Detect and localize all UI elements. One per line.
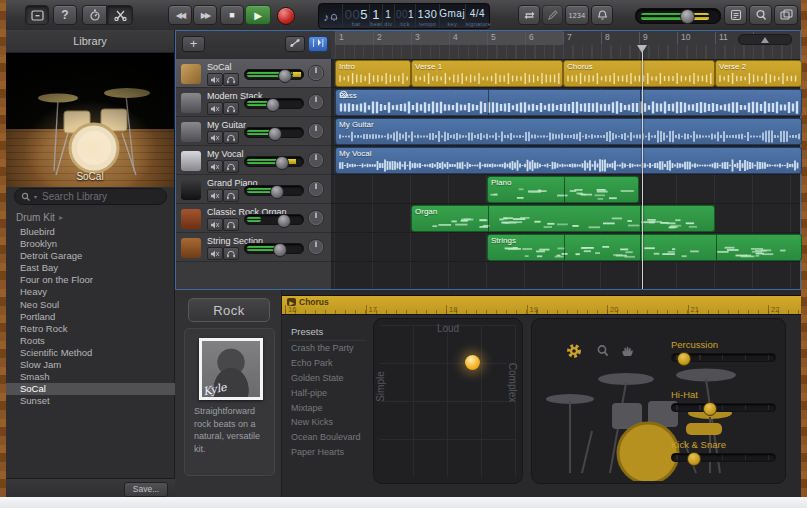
lcd-key[interactable]: Gmaj key — [440, 4, 466, 28]
preset-item[interactable]: Mixtape — [288, 401, 366, 416]
quick-help-button[interactable]: ? — [53, 5, 77, 25]
solo-button[interactable] — [223, 102, 239, 115]
notepad-button[interactable] — [724, 5, 747, 25]
track-volume-slider[interactable] — [244, 185, 304, 196]
track-volume-slider[interactable] — [244, 243, 304, 254]
mute-button[interactable] — [207, 247, 223, 260]
count-in-button[interactable]: 1234 — [565, 5, 589, 25]
master-volume-knob[interactable] — [680, 9, 695, 24]
record-button[interactable] — [277, 7, 295, 25]
timeline-ruler[interactable]: 123456789101112 — [331, 31, 800, 60]
preset-item[interactable]: Crash the Party — [288, 341, 366, 356]
lcd-signature[interactable]: 4/4 signature — [466, 4, 489, 28]
drummer-card[interactable]: Kyle Straightforward rock beats on a nat… — [184, 328, 275, 476]
kit-slider[interactable] — [671, 353, 776, 362]
mute-button[interactable] — [207, 102, 223, 115]
preset-item[interactable]: Half-pipe — [288, 386, 366, 401]
lcd-display[interactable]: ♪ 005 bar 1 beat 1 div 001 tick — [318, 3, 490, 29]
mute-button[interactable] — [207, 73, 223, 86]
region[interactable]: My Guitar — [335, 118, 802, 145]
pan-knob[interactable] — [307, 238, 325, 256]
search-dropdown-arrow-icon[interactable]: ▾ — [34, 193, 37, 200]
track-volume-knob[interactable] — [278, 69, 292, 83]
kit-slider-knob[interactable] — [687, 452, 701, 466]
track-volume-slider[interactable] — [244, 156, 304, 167]
track-volume-slider[interactable] — [244, 69, 304, 80]
kit-slider[interactable] — [671, 403, 776, 412]
track-header-row[interactable]: My Guitar — [176, 117, 331, 146]
metronome-button[interactable] — [591, 5, 613, 25]
zoom-slider[interactable] — [738, 34, 792, 45]
xy-pad-puck[interactable] — [465, 355, 480, 370]
mute-button[interactable] — [207, 131, 223, 144]
region[interactable]: Piano — [487, 176, 639, 203]
mute-button[interactable] — [207, 160, 223, 173]
track-volume-knob[interactable] — [275, 156, 289, 170]
solo-button[interactable] — [223, 160, 239, 173]
track-volume-knob[interactable] — [277, 214, 291, 228]
track-volume-knob[interactable] — [268, 127, 282, 141]
library-item[interactable]: Scientific Method — [6, 347, 175, 359]
track-volume-knob[interactable] — [270, 185, 284, 199]
zoom-slider-knob[interactable] — [761, 37, 769, 43]
kit-slider[interactable] — [671, 453, 776, 462]
automation-button[interactable] — [285, 36, 305, 52]
mute-button[interactable] — [207, 218, 223, 231]
mute-button[interactable] — [207, 189, 223, 202]
region[interactable]: Verse 2 — [715, 60, 802, 87]
library-item[interactable]: Detroit Garage — [6, 250, 175, 262]
region[interactable]: Verse 1 — [411, 60, 563, 87]
save-button[interactable]: Save... — [124, 482, 168, 497]
track-header-row[interactable]: SoCal — [176, 59, 331, 88]
fast-forward-button[interactable]: ▶▶ — [193, 5, 217, 25]
library-item[interactable]: Slow Jam — [6, 359, 175, 371]
library-item[interactable]: Four on the Floor — [6, 274, 175, 286]
master-volume-slider[interactable] — [635, 8, 721, 24]
track-header-row[interactable]: Modern Stack — [176, 88, 331, 117]
media-browser-button[interactable] — [774, 5, 798, 25]
library-search-field[interactable]: ▾ — [14, 188, 167, 205]
track-header-row[interactable]: Classic Rock Organ — [176, 204, 331, 233]
library-item[interactable]: Bluebird — [6, 226, 175, 238]
library-item[interactable]: Neo Soul — [6, 299, 175, 311]
kit-settings-button[interactable] — [564, 343, 584, 363]
loop-browser-button[interactable] — [749, 5, 772, 25]
pan-knob[interactable] — [307, 122, 325, 140]
preset-item[interactable]: New Kicks — [288, 415, 366, 430]
catch-playhead-button[interactable] — [308, 36, 328, 52]
track-header-row[interactable]: Grand Piano — [176, 175, 331, 204]
draw-automation-button[interactable] — [542, 5, 563, 25]
rewind-button[interactable]: ◀◀ — [168, 5, 192, 25]
region[interactable]: Bass — [335, 89, 802, 116]
lcd-tempo[interactable]: 130 tempo — [416, 4, 439, 28]
pan-knob[interactable] — [307, 209, 325, 227]
kit-slider-knob[interactable] — [677, 352, 691, 366]
lcd-mode-section[interactable]: ♪ — [319, 4, 343, 28]
track-volume-knob[interactable] — [266, 98, 280, 112]
track-volume-slider[interactable] — [244, 127, 304, 138]
library-toggle-button[interactable] — [25, 5, 49, 25]
solo-button[interactable] — [223, 247, 239, 260]
track-volume-slider[interactable] — [244, 214, 304, 225]
smart-controls-button[interactable] — [82, 5, 107, 25]
play-button[interactable]: ▶ — [245, 5, 271, 25]
library-item[interactable]: East Bay — [6, 262, 175, 274]
solo-button[interactable] — [223, 189, 239, 202]
track-header-row[interactable]: String Section — [176, 233, 331, 262]
track-header-row[interactable]: My Vocal — [176, 146, 331, 175]
library-item[interactable]: Heavy — [6, 286, 175, 298]
stop-button[interactable]: ■ — [220, 5, 244, 25]
region[interactable]: My Vocal — [335, 147, 802, 174]
pan-knob[interactable] — [307, 93, 325, 111]
library-item[interactable]: Portland — [6, 311, 175, 323]
preset-item[interactable]: Echo Park — [288, 356, 366, 371]
track-volume-knob[interactable] — [273, 243, 287, 257]
library-item[interactable]: Sunset — [6, 395, 175, 407]
preset-item[interactable]: Ocean Boulevard — [288, 430, 366, 445]
playhead[interactable] — [642, 45, 643, 289]
library-item[interactable]: Roots — [6, 335, 175, 347]
editor-ruler[interactable]: ▶ Chorus 16171819202122 — [282, 295, 801, 315]
pan-knob[interactable] — [307, 151, 325, 169]
track-volume-slider[interactable] — [244, 98, 304, 109]
cycle-button[interactable] — [518, 5, 540, 25]
